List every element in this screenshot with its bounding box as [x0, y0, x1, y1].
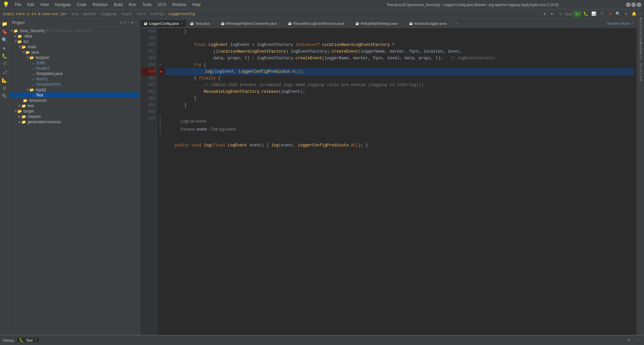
tree-resources[interactable]: 📁 resources — [9, 98, 140, 103]
breadcrumb-back[interactable]: ◀ — [541, 11, 548, 17]
more-tabs-icon[interactable]: ⋯ — [454, 21, 460, 25]
menu-run[interactable]: Run — [126, 2, 139, 8]
breadcrumb-loggerconfig[interactable]: LoggerConfig — [168, 12, 195, 16]
menu-navigate[interactable]: Navigate — [52, 2, 73, 8]
debug-tool-icon[interactable]: 🐛 — [1, 52, 8, 60]
sidebar-minimize-icon[interactable]: — — [135, 20, 137, 25]
menu-refactor[interactable]: Refactor — [90, 2, 110, 8]
test-icon: ☕ — [32, 93, 35, 97]
minimize-panel-icon[interactable]: — — [634, 337, 641, 344]
sidebar-locate-icon[interactable]: ◎ — [120, 20, 122, 25]
tab-reliability[interactable]: ☕ ReliabilityStrategy.java × — [352, 20, 405, 27]
notifications[interactable]: 🔔 — [631, 11, 638, 17]
find-icon[interactable]: 🔍 — [1, 36, 8, 44]
ln-459: 459 — [142, 62, 155, 68]
reliability-tab-close[interactable]: × — [400, 21, 402, 25]
code-content[interactable]: } final LogEvent logEvent = logEventFact… — [157, 28, 637, 335]
breadcrumb-apache[interactable]: apache — [83, 12, 96, 16]
reusable-tab-close[interactable]: × — [346, 21, 348, 25]
tree-root[interactable]: ▼ 📁 Java_Security D:\java\Java_Security — [9, 28, 140, 33]
main-folder-icon: 📂 — [21, 45, 26, 49]
breadcrumb-fwd[interactable]: ▶ — [549, 11, 556, 17]
doc-line1: Logs an event. — [181, 118, 629, 125]
tree-fastjson[interactable]: ▼ 📂 fastjson — [9, 55, 140, 60]
structure-icon[interactable]: 📐 — [1, 76, 8, 84]
breadcrumb-jar[interactable]: log4j-core-2.14.0-sources.jar — [3, 12, 67, 16]
minimize-button[interactable] — [626, 2, 631, 7]
tree-test-folder[interactable]: ▶ 📁 test — [9, 103, 140, 109]
debug-tab-close[interactable]: × — [35, 338, 37, 342]
breadcrumb-core[interactable]: core — [137, 12, 146, 16]
notifications-right-icon[interactable]: Notifications — [637, 27, 644, 34]
maximize-button[interactable] — [631, 2, 636, 7]
debug-run-button[interactable]: 🐛 — [583, 11, 589, 17]
fastjson-label: fastjson — [36, 55, 49, 60]
run-button[interactable]: ▶ — [573, 11, 581, 17]
tree-templatespoc[interactable]: ☕ TemplatesPoc — [9, 82, 140, 87]
profiler-tool-icon[interactable]: ⏱ — [1, 60, 8, 68]
tree-generated-sources[interactable]: ▶ 📁 generated-sources — [9, 119, 140, 125]
reader-mode-label[interactable]: Reader Mode ✓ — [604, 21, 637, 25]
search-everywhere[interactable]: 🔍 — [615, 11, 622, 17]
msgconverter-tab-close[interactable]: × — [279, 21, 281, 25]
run-with-coverage[interactable]: 📊 — [591, 11, 597, 17]
menu-build[interactable]: Build — [111, 2, 125, 8]
settings-button[interactable]: ⚙ — [623, 11, 630, 17]
breadcrumb-org[interactable]: org — [71, 12, 78, 16]
breadcrumb-zoom[interactable]: ⇕ — [557, 11, 564, 17]
run-profiler[interactable]: ⏱ — [599, 11, 605, 17]
menu-view[interactable]: View — [38, 2, 52, 8]
plugin-icon[interactable]: 🔌 — [1, 92, 8, 100]
breadcrumb-logging[interactable]: logging — [101, 12, 116, 16]
menu-code[interactable]: Code — [74, 2, 89, 8]
tree-log4j2[interactable]: ▼ 📂 log4j2 — [9, 87, 140, 92]
sidebar-collapse-icon[interactable]: ≡ — [123, 20, 126, 25]
tree-demo1[interactable]: ☕ demo1 — [9, 76, 140, 82]
abstract-tab-close[interactable]: × — [449, 21, 451, 25]
main-layout: 📁 🔖 🔍 ▶ 🐛 ⏱ ⎇ 📐 ⚙ 🔌 Project ◎ ≡ ↕ ⚙ — ▼ — [0, 19, 644, 335]
tree-main[interactable]: ▼ 📂 main — [9, 44, 140, 50]
tree-idea[interactable]: ▶ 📁 .idea — [9, 33, 140, 39]
tab-test[interactable]: ☕ Test.java × — [186, 20, 217, 27]
menu-tools[interactable]: Tools — [140, 2, 154, 8]
tree-jdbc[interactable]: ☕ JDBC — [9, 60, 140, 66]
debug-tab-group[interactable]: 🐛 Test × — [17, 338, 39, 342]
tree-classes[interactable]: ▶ 📁 classes — [9, 114, 140, 119]
tab-reusable[interactable]: ☕ ReusableLogEventFactory.java × — [284, 20, 352, 27]
run-tool-icon[interactable]: ▶ — [1, 44, 8, 52]
structure-right-icon[interactable]: Structure — [637, 68, 644, 76]
tab-msgconverter[interactable]: ☕ MessagePatternConverter.java × — [217, 20, 284, 27]
menu-help[interactable]: Help — [190, 2, 203, 8]
stop-button[interactable]: ■ — [607, 11, 613, 17]
tab-abstract[interactable]: ☕ AbstractLogger.java × — [406, 20, 454, 27]
menu-vcs[interactable]: VCS — [155, 2, 169, 8]
tree-templates[interactable]: ☕ Templates.java — [9, 71, 140, 76]
menu-file[interactable]: File — [12, 2, 24, 8]
test-tab-close[interactable]: × — [212, 21, 214, 25]
project-icon[interactable]: 📁 — [1, 20, 8, 27]
breadcrumb-config[interactable]: config — [151, 12, 164, 16]
msgconverter-tab-icon: ☕ — [221, 21, 225, 25]
menu-edit[interactable]: Edit — [24, 2, 37, 8]
sidebar-sort-icon[interactable]: ↕ — [127, 20, 129, 25]
code-text-456: final LogEvent logEvent = logEventFactor… — [165, 42, 394, 48]
code-line-466 — [160, 109, 634, 115]
right-tool-panel: Notifications Bookmarks Structure — [637, 19, 644, 335]
tab-loggerconfig[interactable]: ☕ LoggerConfig.java × — [140, 20, 186, 27]
src-arrow: ▼ — [15, 40, 17, 44]
tree-java[interactable]: ▼ 📂 java — [9, 50, 140, 55]
loggerconfig-tab-close[interactable]: × — [181, 21, 183, 25]
settings-action-icon[interactable]: ⚙ — [625, 337, 633, 344]
settings-tool-icon[interactable]: ⚙ — [1, 84, 8, 92]
bookmark-icon[interactable]: 🔖 — [1, 28, 8, 36]
close-button[interactable] — [637, 2, 641, 7]
menu-window[interactable]: Window — [169, 2, 189, 8]
bookmarks-right-icon[interactable]: Bookmarks — [637, 48, 644, 55]
tree-test[interactable]: ☕ Test — [9, 92, 140, 98]
tree-target[interactable]: ▼ 📂 target — [9, 109, 140, 114]
sidebar-settings-icon[interactable]: ⚙ — [131, 20, 133, 25]
git-icon[interactable]: ⎇ — [1, 68, 8, 76]
tree-student[interactable]: ☕ Student — [9, 66, 140, 71]
tree-src[interactable]: ▼ 📂 src — [9, 39, 140, 44]
breadcrumb-log4j[interactable]: log4j — [121, 12, 132, 16]
